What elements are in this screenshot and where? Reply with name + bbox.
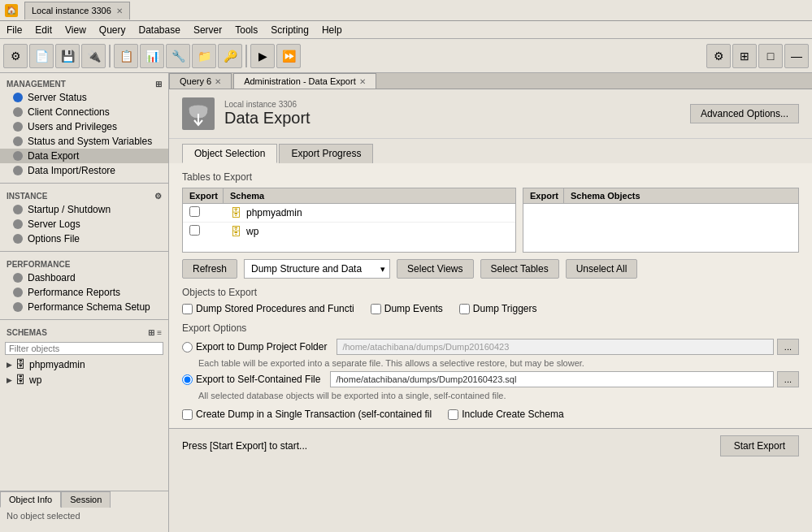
- toolbar-btn-5[interactable]: 📋: [114, 44, 138, 68]
- toolbar-btn-1[interactable]: ⚙: [3, 44, 28, 68]
- client-connections-icon: [13, 107, 23, 117]
- instance-expand[interactable]: ⚙: [154, 192, 162, 201]
- options-icon: [13, 234, 23, 244]
- browse-btn-1[interactable]: ...: [777, 339, 799, 355]
- export-option2-hint: All selected database objects will be ex…: [182, 389, 799, 404]
- toolbar-btn-11[interactable]: ⏩: [276, 44, 301, 68]
- schema-expand-phpmyadmin[interactable]: ▶: [7, 361, 12, 369]
- toolbar-btn-9[interactable]: 🔑: [218, 44, 242, 68]
- export-option1-hint: Each table will be exported into a separ…: [182, 357, 799, 371]
- tab-data-export[interactable]: Administration - Data Export ✕: [233, 73, 376, 89]
- sidebar-item-server-logs[interactable]: Server Logs: [0, 217, 168, 231]
- toolbar-btn-10[interactable]: ▶: [250, 44, 275, 68]
- dump-events-checkbox-wrapper[interactable]: Dump Events: [371, 303, 443, 314]
- sidebar-divider-1: [0, 183, 168, 184]
- table-row-phpmyadmin: 🗄 phpmyadmin: [183, 204, 515, 223]
- include-create-schema-checkbox[interactable]: [448, 409, 458, 420]
- schema-tree-phpmyadmin[interactable]: ▶ 🗄 phpmyadmin: [0, 357, 168, 372]
- tab-query6-close[interactable]: ✕: [215, 77, 221, 86]
- single-transaction-checkbox-wrapper[interactable]: Create Dump in a Single Transaction (sel…: [182, 409, 432, 420]
- sidebar-item-perf-schema[interactable]: Performance Schema Setup: [0, 300, 168, 314]
- toolbar-minimize[interactable]: —: [784, 44, 809, 68]
- sidebar-item-dashboard[interactable]: Dashboard: [0, 270, 168, 285]
- dump-options-select[interactable]: Dump Structure and Data Dump Structure O…: [244, 259, 390, 279]
- menu-tools[interactable]: Tools: [228, 23, 264, 37]
- dump-triggers-checkbox-wrapper[interactable]: Dump Triggers: [459, 303, 537, 314]
- col-schema-objects: Schema Objects: [564, 188, 798, 203]
- sub-tab-export-progress[interactable]: Export Progress: [279, 144, 373, 163]
- sidebar-item-server-status[interactable]: Server Status: [0, 90, 168, 105]
- unselect-all-button[interactable]: Unselect All: [566, 259, 638, 279]
- menu-help[interactable]: Help: [315, 23, 349, 37]
- sidebar-item-perf-reports[interactable]: Performance Reports: [0, 285, 168, 300]
- schema-filter-input[interactable]: [5, 342, 163, 355]
- tables-export-area: Export Schema 🗄 phpmyadmin: [182, 188, 799, 253]
- sidebar-divider-2: [0, 251, 168, 252]
- single-transaction-checkbox[interactable]: [182, 409, 193, 420]
- select-views-button[interactable]: Select Views: [397, 259, 473, 279]
- dump-procedures-checkbox-wrapper[interactable]: Dump Stored Procedures and Functi: [182, 303, 354, 314]
- export-option2-path[interactable]: [330, 371, 773, 387]
- sub-tab-object-selection[interactable]: Object Selection: [182, 144, 277, 163]
- refresh-button[interactable]: Refresh: [182, 259, 237, 279]
- start-export-button[interactable]: Start Export: [720, 435, 799, 456]
- title-tab-close[interactable]: ✕: [116, 6, 123, 15]
- advanced-options-button[interactable]: Advanced Options...: [690, 104, 799, 123]
- sidebar-bottom: Object Info Session No object selected: [0, 491, 168, 532]
- page-subtitle: Local instance 3306: [224, 100, 310, 109]
- sidebar-item-client-connections[interactable]: Client Connections: [0, 105, 168, 119]
- export-option1-label[interactable]: Export to Dump Project Folder: [182, 341, 327, 353]
- sidebar-item-startup-shutdown[interactable]: Startup / Shutdown: [0, 202, 168, 217]
- objects-checkbox-row: Dump Stored Procedures and Functi Dump E…: [182, 303, 799, 314]
- export-option1-path[interactable]: [337, 339, 773, 355]
- schemas-icons[interactable]: ⊞ ≡: [148, 328, 162, 337]
- sidebar-tab-session[interactable]: Session: [61, 491, 111, 508]
- menu-edit[interactable]: Edit: [28, 23, 59, 37]
- title-tab[interactable]: Local instance 3306 ✕: [24, 2, 130, 19]
- sidebar-item-data-import[interactable]: Data Import/Restore: [0, 163, 168, 178]
- export-option2-label[interactable]: Export to Self-Contained File: [182, 374, 320, 385]
- tables-toolbar-row: Refresh Dump Structure and Data Dump Str…: [182, 259, 799, 279]
- sidebar-tab-object-info[interactable]: Object Info: [0, 491, 61, 508]
- toolbar-settings[interactable]: ⚙: [706, 44, 731, 68]
- checkbox-wp[interactable]: [189, 225, 200, 236]
- include-create-schema-checkbox-wrapper[interactable]: Include Create Schema: [448, 409, 563, 420]
- content-area: Query 6 ✕ Administration - Data Export ✕: [169, 73, 812, 532]
- toolbar-maximize[interactable]: □: [758, 44, 783, 68]
- toolbar-btn-7[interactable]: 🔧: [166, 44, 190, 68]
- export-option2-radio[interactable]: [182, 374, 193, 385]
- menu-view[interactable]: View: [59, 23, 93, 37]
- menu-file[interactable]: File: [0, 23, 28, 37]
- export-option1-radio[interactable]: [182, 342, 193, 353]
- instance-section: INSTANCE ⚙ Startup / Shutdown Server Log…: [0, 185, 168, 249]
- browse-btn-2[interactable]: ...: [777, 371, 799, 387]
- sidebar-item-options-file[interactable]: Options File: [0, 231, 168, 246]
- menu-database[interactable]: Database: [132, 23, 187, 37]
- check-phpmyadmin[interactable]: [183, 204, 224, 222]
- dump-events-checkbox[interactable]: [371, 304, 381, 314]
- objects-section: Objects to Export Dump Stored Procedures…: [182, 287, 799, 314]
- toolbar-btn-4[interactable]: 🔌: [81, 44, 106, 68]
- sidebar-item-data-export[interactable]: Data Export: [0, 149, 168, 163]
- check-wp[interactable]: [183, 223, 224, 240]
- menu-server[interactable]: Server: [187, 23, 228, 37]
- schema-tree-wp[interactable]: ▶ 🗄 wp: [0, 372, 168, 387]
- toolbar-btn-8[interactable]: 📁: [192, 44, 216, 68]
- menu-scripting[interactable]: Scripting: [264, 23, 315, 37]
- tab-data-export-close[interactable]: ✕: [359, 77, 366, 86]
- toolbar-layout[interactable]: ⊞: [732, 44, 757, 68]
- checkbox-phpmyadmin[interactable]: [189, 206, 200, 217]
- toolbar-btn-2[interactable]: 📄: [29, 44, 54, 68]
- management-expand[interactable]: ⊞: [155, 80, 162, 89]
- tab-query6[interactable]: Query 6 ✕: [169, 73, 232, 89]
- menu-query[interactable]: Query: [93, 23, 132, 37]
- select-tables-button[interactable]: Select Tables: [480, 259, 559, 279]
- dump-triggers-checkbox[interactable]: [459, 304, 470, 314]
- dump-procedures-checkbox[interactable]: [182, 304, 193, 314]
- schema-icon-wp: 🗄: [230, 225, 241, 238]
- sidebar-item-status-variables[interactable]: Status and System Variables: [0, 134, 168, 149]
- toolbar-btn-3[interactable]: 💾: [55, 44, 80, 68]
- toolbar-btn-6[interactable]: 📊: [140, 44, 164, 68]
- schema-expand-wp[interactable]: ▶: [7, 376, 12, 384]
- sidebar-item-users-privileges[interactable]: Users and Privileges: [0, 119, 168, 134]
